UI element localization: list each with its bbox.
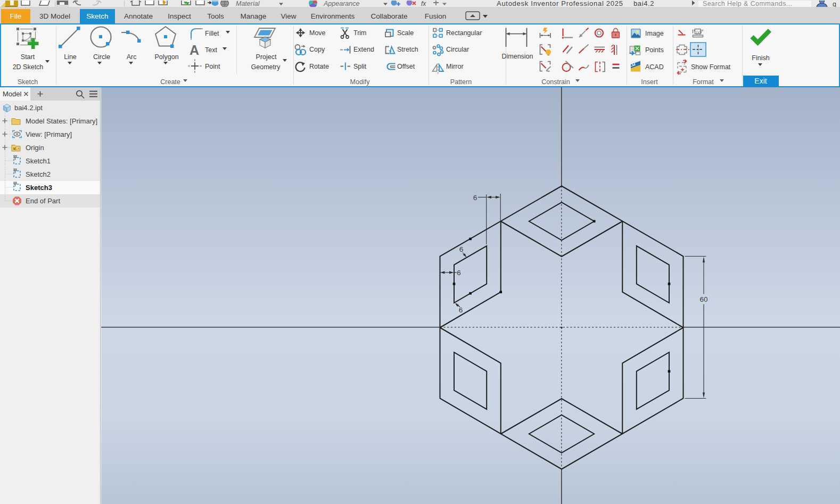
svg-text:6: 6 — [459, 306, 463, 314]
svg-text:Origin: Origin — [26, 144, 44, 152]
svg-text:End of Part: End of Part — [26, 197, 60, 205]
svg-text:bai4.2.ipt: bai4.2.ipt — [14, 104, 43, 112]
svg-text:(x): (x) — [696, 30, 702, 35]
svg-text:Sketch1: Sketch1 — [26, 157, 51, 165]
svg-text:Sketch2: Sketch2 — [26, 170, 51, 178]
svg-text:6: 6 — [459, 245, 464, 253]
svg-text:Model States: [Primary]: Model States: [Primary] — [26, 117, 97, 125]
svg-text:View: [Primary]: View: [Primary] — [26, 130, 72, 138]
svg-text:6: 6 — [457, 269, 461, 277]
svg-text:Sketch3: Sketch3 — [26, 184, 52, 192]
svg-text:Model: Model — [3, 90, 22, 98]
svg-text:6: 6 — [473, 194, 477, 202]
svg-text:60: 60 — [699, 295, 707, 303]
svg-text:A: A — [190, 43, 199, 57]
